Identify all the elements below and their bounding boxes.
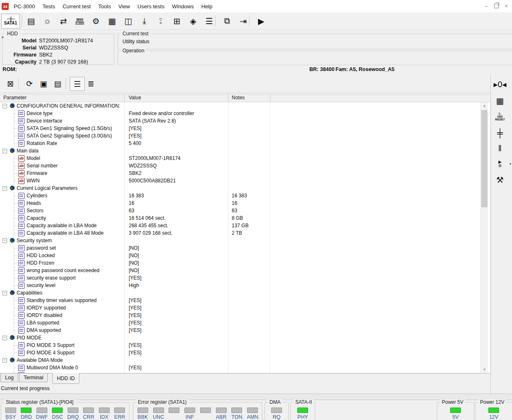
tree-expander[interactable]: − xyxy=(2,358,7,363)
tree-param-row[interactable]: Cylinders16 38316 383 xyxy=(0,192,483,199)
tree-param-row[interactable]: abWWN5000C500A882DB21 xyxy=(0,177,483,184)
col-parameter[interactable]: Parameter xyxy=(3,95,27,101)
tree-section-row[interactable]: −PIO MODE xyxy=(0,334,483,341)
tree-param-row[interactable]: Capacity16 514 064 sect.8 GB xyxy=(0,214,483,222)
scroll-up-button[interactable]: ∧ xyxy=(481,102,488,109)
register-icon xyxy=(18,327,24,334)
tree-param-row[interactable]: Rotation Rate5 400 xyxy=(0,140,483,147)
utility-settings-button[interactable]: ⚙ xyxy=(88,14,104,28)
param-label: Capabilities xyxy=(17,290,42,296)
power-probe-button[interactable]: ╪ xyxy=(491,126,509,140)
tree-expander[interactable]: − xyxy=(2,104,7,108)
status-group-power-12v: Power 12V12V xyxy=(475,402,512,420)
tree-param-row[interactable]: wrong password count exceeded[NO] xyxy=(0,267,483,274)
tree-expander[interactable]: − xyxy=(2,238,7,243)
tools-button[interactable]: ⚒ xyxy=(491,173,509,187)
led-err: ERR xyxy=(113,408,127,420)
tree-section-row[interactable]: −CONFIGURATION GENERAL INFORMATION: xyxy=(0,102,483,110)
tree-param-row[interactable]: IORDY disabled[YES] xyxy=(0,312,483,319)
tab-log[interactable]: Log xyxy=(0,373,18,382)
tree-section-row[interactable]: −Security system xyxy=(0,237,483,244)
head-map-button[interactable]: ◫ xyxy=(120,14,136,28)
rom-info-button[interactable]: ▤ xyxy=(51,77,65,90)
tree-section-row[interactable]: −Main data xyxy=(0,147,483,155)
utility-log-button[interactable]: ▤ xyxy=(23,14,39,28)
tree-section-row[interactable]: −Available DMA Mode xyxy=(0,356,483,364)
col-notes[interactable]: Notes xyxy=(232,95,245,101)
rom-clear-button[interactable]: ⊠ xyxy=(3,77,17,90)
tree-param-row[interactable]: Device interfaceSATA (SATA Rev 2.6) xyxy=(0,117,483,125)
tree-expander[interactable]: − xyxy=(2,336,7,340)
tree-param-row[interactable]: PIO MODE 3 Support[YES] xyxy=(0,341,483,349)
scroll-down-button[interactable]: ∨ xyxy=(481,366,488,373)
register-icon xyxy=(18,268,24,274)
menu-tests[interactable]: Tests xyxy=(39,3,59,10)
restore-button[interactable] xyxy=(491,2,501,10)
tab-terminal[interactable]: Terminal xyxy=(19,373,48,382)
menu-users-tests[interactable]: Users tests xyxy=(134,3,168,10)
tree-param-row[interactable]: Multiword DMA Mode 0[YES] xyxy=(0,364,483,371)
baud-rate-button[interactable]: 9600 57600 xyxy=(72,14,88,28)
drive-diagnostics-button[interactable]: ☼ xyxy=(39,14,55,28)
board-test-button[interactable]: ▦ xyxy=(491,94,509,108)
filter-lines-button[interactable]: ▽ ≡ xyxy=(153,14,169,28)
tree-param-row[interactable]: Capacity available in LBA Mode268 435 45… xyxy=(0,222,483,229)
tree-expander[interactable]: − xyxy=(2,149,7,153)
minimize-button[interactable]: – xyxy=(481,2,491,10)
tab-hdd-id[interactable]: HDD ID xyxy=(52,373,79,384)
tree-param-row[interactable]: abFirmwareSBK2 xyxy=(0,169,483,177)
rom-save-button[interactable]: ▣ xyxy=(37,77,51,90)
tree-section-row[interactable]: −Capabilities xyxy=(0,289,483,297)
menu-windows[interactable]: Windows xyxy=(168,3,198,10)
tree-param-row[interactable]: Sectors6363 xyxy=(0,207,483,214)
tree-param-row[interactable]: HDD Locked[NO] xyxy=(0,252,483,259)
tree-param-row[interactable]: Standby timer values supported[YES] xyxy=(0,297,483,304)
tree-param-row[interactable]: SATA Gen2 Signaling Speed (3.0Gb/s)[YES] xyxy=(0,132,483,140)
run-script-button[interactable]: ▶ ≣ xyxy=(491,157,509,170)
utility-status-text: Utility status xyxy=(122,39,149,44)
rom-read-button[interactable]: ⟳ xyxy=(22,77,37,90)
menu-tools[interactable]: Tools xyxy=(95,3,115,10)
tree-param-row[interactable]: abModelST2000LM007-1R8174 xyxy=(0,155,483,162)
start-button[interactable]: ▶ xyxy=(253,14,269,28)
script-flow-button[interactable]: ◈ xyxy=(185,14,201,28)
tree-param-row[interactable]: DMA supported[YES] xyxy=(0,327,483,334)
tree-param-row[interactable]: security erase support[YES] xyxy=(0,274,483,282)
windows-cascade-button[interactable]: ⧉ xyxy=(219,14,235,28)
port-switch-button[interactable]: ⇄ xyxy=(56,14,71,28)
tree-param-row[interactable]: Heads1616 xyxy=(0,199,483,207)
col-value[interactable]: Value xyxy=(129,95,141,101)
tree-expander[interactable]: − xyxy=(2,291,7,295)
sata1-port-button[interactable]: ─╫─ SATA1 xyxy=(1,14,20,29)
tree-param-row[interactable]: Device typeFixed device and/or controlle… xyxy=(0,110,483,117)
reset-button[interactable]: 1↓ ⌸⌸⌸ RESET xyxy=(491,110,509,123)
pause-button[interactable]: ‖ xyxy=(491,142,509,155)
menu-help[interactable]: Help xyxy=(198,3,216,10)
menu-current-test[interactable]: Current test xyxy=(59,3,95,10)
tree-param-row[interactable]: IORDY supported[YES] xyxy=(0,304,483,312)
tree-param-row[interactable]: Capacity available in LBA 48 Mode3 907 0… xyxy=(0,229,483,237)
run-script-dropdown[interactable]: ▾ xyxy=(508,161,512,166)
tree-param-row[interactable]: LBA supported[YES] xyxy=(0,319,483,327)
vertical-scrollbar[interactable]: ∧ ∨ xyxy=(480,102,488,373)
chip-button[interactable]: ▦ xyxy=(104,14,120,28)
tree-param-row[interactable]: HDD Frozen[NO] xyxy=(0,259,483,267)
menu-pc-3000[interactable]: PC-3000 xyxy=(10,3,39,10)
close-button[interactable]: × xyxy=(501,2,511,10)
param-label: Standby timer values supported xyxy=(27,297,97,303)
tree-param-row[interactable]: security levelHigh xyxy=(0,282,483,289)
tree-param-row[interactable]: PIO MODE 4 Support[YES] xyxy=(0,349,483,356)
tree-expander[interactable]: − xyxy=(2,186,7,191)
zero-track-button[interactable]: ▸0◂ xyxy=(491,78,509,91)
menu-view[interactable]: View xyxy=(115,3,134,10)
tree-param-row[interactable]: abSerial numberWDZ2SSSQ xyxy=(0,162,483,169)
view-compact-button[interactable]: ☰ xyxy=(70,77,85,91)
tree-section-row[interactable]: −Current Logical Parameters xyxy=(0,184,483,192)
tree-param-row[interactable]: password set[NO] xyxy=(0,244,483,252)
sector-grid-button[interactable]: ⊞ xyxy=(169,14,185,28)
status-group-title: SATA-II xyxy=(294,399,314,405)
tree-param-row[interactable]: SATA Gen1 Signaling Speed (1.5Gb/s)[YES] xyxy=(0,125,483,132)
view-detailed-button[interactable]: ≣ xyxy=(84,77,98,90)
scrollbar-thumb[interactable] xyxy=(481,110,488,207)
data-export-button[interactable]: ⤓ xyxy=(137,14,152,28)
